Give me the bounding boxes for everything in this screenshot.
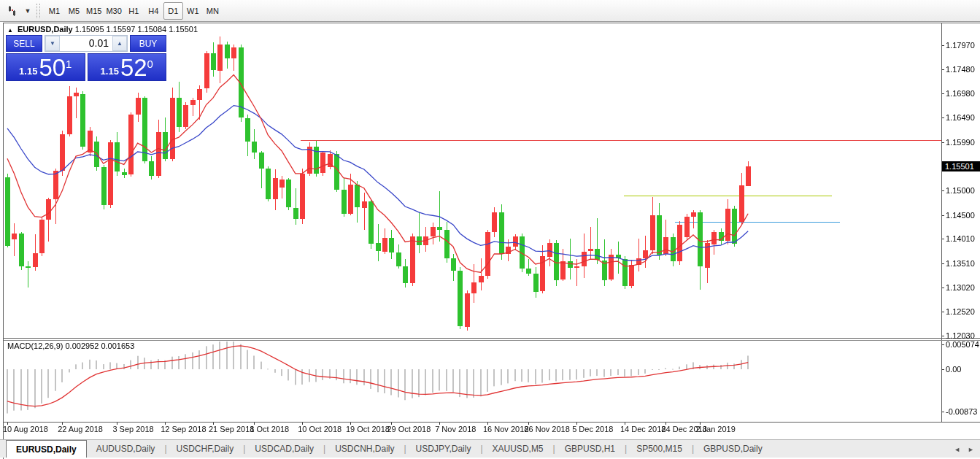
date-axis-label: 22 Aug 2018 [58, 425, 103, 433]
sell-price-sup: 1 [66, 58, 72, 70]
tab-scroll-right-icon[interactable]: ► [968, 446, 974, 453]
chart-tab-audusd-daily[interactable]: AUDUSD,Daily [87, 440, 165, 458]
main-macd-separator[interactable] [4, 338, 980, 339]
volume-stepper: ▼ 0.01 ▲ [45, 35, 128, 52]
volume-increase-button[interactable]: ▲ [112, 36, 127, 51]
date-axis-border [4, 422, 980, 423]
chart-symbol-period: EURUSD,Daily [18, 25, 73, 34]
macd-panel-top-border [4, 340, 980, 341]
date-axis-label: 5 Dec 2018 [572, 425, 613, 433]
trading-app: ▼ M1M5M15M30H1H4D1W1MN ▲EURUSD,Daily 1.1… [0, 0, 980, 459]
price-axis-label: 1.12520 [946, 307, 975, 316]
sell-price-big: 50 [39, 57, 66, 79]
date-axis-label: 12 Sep 2018 [161, 425, 206, 433]
macd-axis-label: -0.00873 [946, 407, 977, 416]
price-axis-label: 1.17970 [946, 41, 975, 50]
sell-price-prefix: 1.15 [19, 66, 37, 77]
price-axis-label: 1.14010 [946, 234, 975, 243]
buy-price-display[interactable]: 1.15 52 0 [88, 53, 167, 81]
buy-button[interactable]: BUY [130, 35, 166, 52]
date-axis-label: 21 Sep 2018 [209, 425, 254, 433]
date-axis-label: 29 Oct 2018 [387, 425, 431, 433]
tab-scroll-buttons: ◄ ► [954, 440, 974, 458]
price-axis-label: 1.12030 [946, 331, 975, 340]
volume-field[interactable]: 0.01 [60, 36, 112, 51]
date-axis-label: 3 Sep 2018 [112, 425, 153, 433]
buy-price-big: 52 [120, 57, 147, 79]
date-axis-label: 10 Aug 2018 [3, 425, 48, 433]
buy-price-prefix: 1.15 [101, 66, 119, 77]
date-axis-label: 26 Nov 2018 [524, 425, 569, 433]
price-axis-label: 1.14500 [946, 211, 975, 220]
chart-tab-usdcnh-daily[interactable]: USDCNH,Daily [325, 440, 404, 458]
price-axis-border [941, 23, 942, 422]
date-axis-label: 1 Oct 2018 [250, 425, 289, 433]
macd-axis-label: 0.005074 [946, 340, 979, 349]
chart-tab-gbpusd-h1[interactable]: GBPUSD,H1 [555, 440, 625, 458]
date-axis-label: 2 Jan 2019 [695, 425, 735, 433]
chart-tab-usdchf-daily[interactable]: USDCHF,Daily [167, 440, 244, 458]
date-axis-label: 14 Dec 2018 [620, 425, 665, 433]
chart-tab-bar: EURUSD,DailyAUDUSD,Daily|USDCHF,Daily|US… [0, 439, 980, 458]
price-axis-label: 1.17480 [946, 65, 975, 74]
sell-price-display[interactable]: 1.15 50 1 [6, 53, 85, 81]
chart-title: ▲EURUSD,Daily 1.15095 1.15597 1.15084 1.… [7, 25, 198, 34]
collapse-triangle-icon[interactable]: ▲ [7, 27, 13, 34]
chart-tab-usdjpy-daily[interactable]: USDJPY,Daily [406, 440, 481, 458]
date-axis-label: 19 Oct 2018 [346, 425, 390, 433]
chart-tab-usdcad-daily[interactable]: USDCAD,Daily [245, 440, 323, 458]
date-axis-label: 7 Nov 2018 [435, 425, 476, 433]
price-axis-label: 1.16980 [946, 89, 975, 98]
macd-name: MACD(12,26,9) [7, 342, 63, 350]
sell-button[interactable]: SELL [6, 35, 42, 52]
price-axis-label: 1.13510 [946, 259, 975, 268]
current-price-tag: 1.15501 [942, 161, 980, 171]
price-axis-label: 1.15990 [946, 138, 975, 147]
chart-tab-xauusd-m5[interactable]: XAUUSD,M5 [483, 440, 553, 458]
chart-tab-eurusd-daily[interactable]: EURUSD,Daily [6, 440, 87, 458]
price-axis-label: 1.15000 [946, 186, 975, 195]
date-axis-label: 16 Nov 2018 [483, 425, 528, 433]
chart-ohlc-values: 1.15095 1.15597 1.15084 1.15501 [75, 25, 198, 34]
chart-tab-gbpusd-daily[interactable]: GBPUSD,Daily [694, 440, 772, 458]
price-axis-label: 1.13020 [946, 283, 975, 292]
macd-indicator-label: MACD(12,26,9) 0.002952 0.001653 [7, 342, 134, 350]
macd-axis-label: 0.00 [946, 365, 961, 374]
one-click-trade-panel: SELL ▼ 0.01 ▲ BUY 1.15 50 1 1.15 52 0 [6, 35, 166, 81]
tab-scroll-left-icon[interactable]: ◄ [954, 446, 960, 453]
chart-tab-sp500-m15[interactable]: SP500,M15 [627, 440, 692, 458]
buy-price-sup: 0 [147, 58, 153, 70]
macd-signal-value: 0.001653 [101, 342, 134, 350]
price-axis-label: 1.16490 [946, 113, 975, 122]
macd-main-value: 0.002952 [65, 342, 99, 350]
volume-decrease-button[interactable]: ▼ [45, 36, 60, 51]
date-axis-label: 10 Oct 2018 [298, 425, 342, 433]
